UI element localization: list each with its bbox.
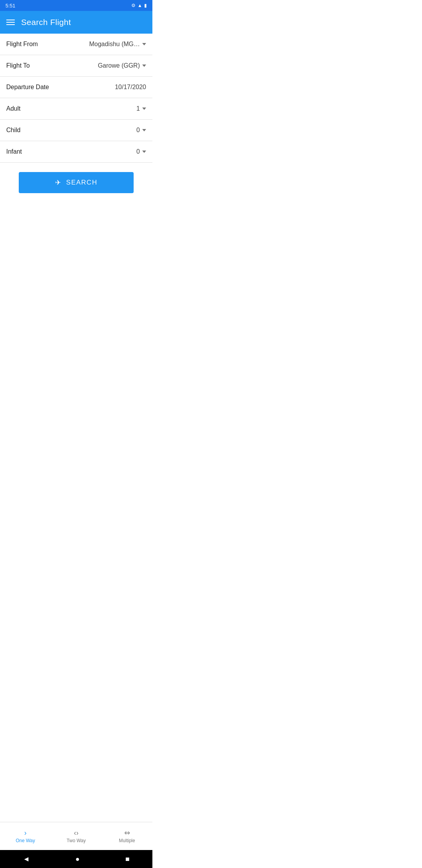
flight-to-row[interactable]: Flight To Garowe (GGR) (0, 55, 152, 77)
flight-to-label: Flight To (6, 62, 30, 69)
status-icons: ⚙ ▲ ▮ (131, 3, 147, 8)
child-value-container: 0 (136, 127, 146, 134)
adult-value-container: 1 (136, 105, 146, 112)
nav-item-multiple[interactable]: ⇔ Multiple (102, 822, 152, 850)
infant-chevron-icon (142, 151, 146, 153)
adult-value: 1 (136, 105, 140, 112)
recent-button[interactable]: ■ (125, 855, 130, 863)
departure-date-label: Departure Date (6, 84, 49, 91)
flight-to-value: Garowe (GGR) (98, 62, 140, 69)
settings-icon: ⚙ (131, 3, 136, 8)
signal-icon: ▲ (138, 3, 142, 8)
infant-value: 0 (136, 148, 140, 155)
nav-item-two-way[interactable]: ‹› Two Way (51, 822, 102, 850)
infant-label: Infant (6, 148, 22, 155)
departure-date-value: 10/17/2020 (115, 84, 146, 91)
one-way-label: One Way (16, 838, 35, 843)
page-title: Search Flight (21, 18, 71, 27)
departure-date-value-container: 10/17/2020 (115, 84, 146, 91)
multiple-label: Multiple (119, 838, 135, 843)
flight-from-value-container: Mogadishu (MG… (89, 41, 146, 48)
two-way-label: Two Way (67, 838, 86, 843)
flight-from-value: Mogadishu (MG… (89, 41, 140, 48)
flight-from-label: Flight From (6, 41, 38, 48)
app-bar: Search Flight (0, 11, 152, 34)
infant-row[interactable]: Infant 0 (0, 141, 152, 163)
child-label: Child (6, 127, 20, 134)
flight-from-chevron-icon (142, 43, 146, 45)
flight-to-value-container: Garowe (GGR) (98, 62, 146, 69)
flight-to-chevron-icon (142, 65, 146, 67)
status-time: 5:51 (5, 3, 15, 9)
adult-chevron-icon (142, 108, 146, 110)
departure-date-row[interactable]: Departure Date 10/17/2020 (0, 77, 152, 98)
search-btn-container: ✈ SEARCH (0, 163, 152, 203)
nav-item-one-way[interactable]: › One Way (0, 822, 51, 850)
search-button[interactable]: ✈ SEARCH (19, 172, 134, 193)
child-value: 0 (136, 127, 140, 134)
search-plane-icon: ✈ (55, 178, 62, 187)
multiple-icon: ⇔ (124, 829, 130, 836)
form-container: Flight From Mogadishu (MG… Flight To Gar… (0, 34, 152, 253)
status-bar: 5:51 ⚙ ▲ ▮ (0, 0, 152, 11)
home-button[interactable]: ● (75, 855, 80, 863)
flight-from-row[interactable]: Flight From Mogadishu (MG… (0, 34, 152, 55)
android-nav-bar: ◄ ● ■ (0, 850, 152, 868)
battery-icon: ▮ (144, 3, 147, 8)
child-row[interactable]: Child 0 (0, 120, 152, 141)
child-chevron-icon (142, 129, 146, 131)
two-way-icon: ‹› (74, 829, 79, 836)
back-button[interactable]: ◄ (23, 855, 30, 863)
adult-label: Adult (6, 105, 20, 112)
bottom-nav: › One Way ‹› Two Way ⇔ Multiple (0, 822, 152, 850)
adult-row[interactable]: Adult 1 (0, 98, 152, 120)
one-way-icon: › (24, 829, 27, 836)
menu-button[interactable] (6, 20, 15, 25)
search-button-label: SEARCH (66, 179, 97, 187)
infant-value-container: 0 (136, 148, 146, 155)
